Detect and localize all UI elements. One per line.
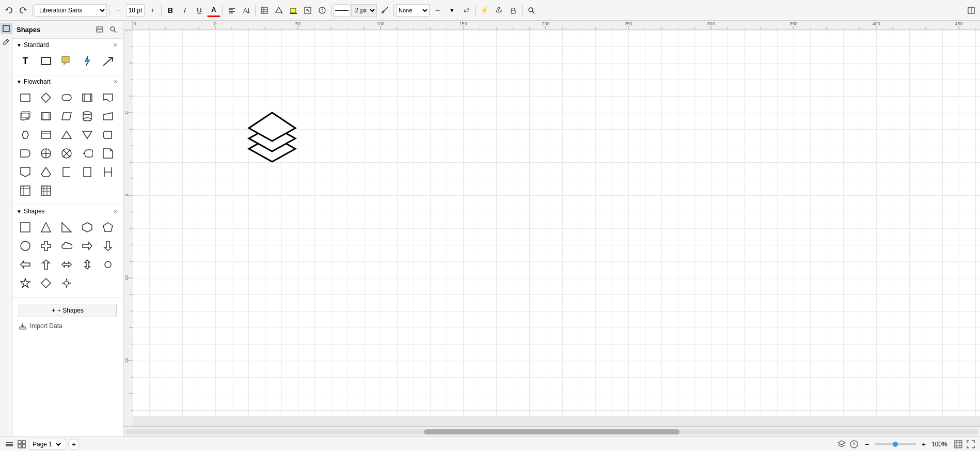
shape-edit-button[interactable] — [301, 4, 314, 17]
flowchart-multi-doc[interactable] — [17, 107, 34, 125]
line-width-select[interactable]: 2 px — [351, 4, 377, 17]
lock-button[interactable] — [507, 4, 520, 17]
shape-star[interactable] — [17, 274, 34, 292]
flowchart-delay[interactable] — [17, 145, 34, 162]
flowchart-predefined[interactable] — [78, 89, 96, 106]
shape-arrow-left[interactable] — [17, 256, 34, 273]
font-family-select[interactable]: Liberation Sans — [35, 4, 107, 17]
font-size-decrease[interactable]: − — [112, 4, 125, 17]
standard-close-icon[interactable]: ✕ — [112, 42, 119, 49]
shape-cross[interactable] — [37, 237, 55, 255]
waypoint-button[interactable] — [378, 4, 391, 17]
collapse-button[interactable] — [965, 4, 978, 17]
sidebar-shapes-icon[interactable] — [1, 23, 12, 34]
undo-button[interactable] — [2, 4, 15, 17]
shape-circle-small[interactable] — [99, 256, 117, 273]
lightning-shape-item[interactable] — [78, 52, 96, 70]
flowchart-database[interactable] — [78, 107, 96, 125]
shape-arrow-down[interactable] — [99, 237, 117, 255]
shape-diamond[interactable] — [37, 274, 55, 292]
zoom-out-button[interactable]: − — [861, 439, 873, 450]
flowchart-bracket-left[interactable] — [58, 163, 75, 181]
zoom-slider-thumb[interactable] — [893, 442, 898, 447]
sidebar-pen-icon[interactable] — [1, 36, 12, 48]
scrollbar-thumb[interactable] — [424, 429, 679, 434]
flowchart-grid-detail[interactable] — [37, 182, 55, 199]
arrow-shape-item[interactable] — [99, 52, 117, 70]
bold-button[interactable]: B — [164, 4, 177, 17]
flash-button[interactable]: ⚡ — [478, 4, 491, 17]
flowchart-document[interactable] — [99, 89, 117, 106]
shape-triangle[interactable] — [37, 219, 55, 236]
reset-zoom-icon[interactable] — [849, 439, 859, 449]
rect-shape-item[interactable] — [37, 52, 55, 70]
flowchart-decision[interactable] — [37, 89, 55, 106]
flowchart-preparation[interactable] — [17, 126, 34, 144]
flowchart-close-icon[interactable]: ✕ — [112, 79, 119, 85]
standard-section-header[interactable]: ▼ Standard ✕ — [12, 39, 123, 50]
fill-button[interactable] — [272, 4, 286, 17]
text-shape-item[interactable]: T — [17, 52, 34, 70]
shapes-section-header[interactable]: ▼ Shapes ✕ — [12, 205, 123, 216]
shape-square[interactable] — [17, 219, 34, 236]
underline-button[interactable]: U — [193, 4, 206, 17]
stacked-diamonds-shape[interactable] — [241, 107, 303, 176]
search-toolbar-button[interactable] — [525, 4, 538, 17]
shape-circle[interactable] — [17, 237, 34, 255]
flowchart-or[interactable] — [37, 145, 55, 162]
arrow-start-select[interactable]: None — [396, 4, 430, 17]
fullscreen-icon[interactable] — [966, 439, 976, 449]
shape-hexagon[interactable] — [78, 219, 96, 236]
extra-tool-button[interactable] — [315, 4, 329, 17]
layers-icon[interactable] — [4, 439, 14, 449]
shape-gear[interactable] — [58, 274, 75, 292]
shape-pentagon[interactable] — [99, 219, 117, 236]
import-data-button[interactable]: Import Data — [12, 319, 123, 333]
flowchart-data[interactable] — [58, 107, 75, 125]
flowchart-extract[interactable] — [58, 126, 75, 144]
add-shapes-button[interactable]: + + Shapes — [19, 304, 117, 317]
flowchart-section-header[interactable]: ▼ Flowchart ✕ — [12, 75, 123, 87]
flowchart-connector[interactable] — [37, 163, 55, 181]
flowchart-grid-simple[interactable] — [17, 182, 34, 199]
font-size-increase[interactable]: + — [146, 4, 159, 17]
text-direction-button[interactable]: A — [240, 4, 253, 17]
shape-arrow-up[interactable] — [37, 256, 55, 273]
line-highlight-button[interactable] — [287, 4, 300, 17]
flowchart-terminal[interactable] — [58, 89, 75, 106]
align-left-button[interactable] — [225, 4, 239, 17]
flowchart-note[interactable] — [99, 145, 117, 162]
page-tab[interactable]: Page 1 ▼ — [29, 439, 66, 450]
flowchart-merge[interactable] — [78, 126, 96, 144]
drawing-canvas[interactable] — [133, 30, 980, 416]
fit-page-icon[interactable] — [953, 439, 963, 449]
anchor-button[interactable] — [492, 4, 505, 17]
font-size-input[interactable] — [126, 4, 145, 17]
shape-table-button[interactable] — [258, 4, 271, 17]
add-page-button[interactable]: + — [68, 439, 80, 450]
shape-double-arrow-v[interactable] — [78, 256, 96, 273]
flowchart-manual-input[interactable] — [99, 107, 117, 125]
swap-arrows-button[interactable]: ⇄ — [460, 4, 473, 17]
zoom-slider[interactable] — [875, 443, 916, 445]
panel-image-icon[interactable] — [94, 24, 105, 35]
callout-shape-item[interactable] — [58, 52, 75, 70]
shape-double-arrow-h[interactable] — [58, 256, 75, 273]
panel-search-icon[interactable] — [107, 24, 119, 35]
arrow-end-select[interactable]: ▾ — [445, 4, 459, 17]
flowchart-display[interactable] — [78, 145, 96, 162]
shape-right-triangle[interactable] — [58, 219, 75, 236]
zoom-in-button[interactable]: + — [918, 439, 929, 450]
shape-arrow-right[interactable] — [78, 237, 96, 255]
flowchart-bracket-both[interactable] — [78, 163, 96, 181]
grid-view-icon[interactable] — [17, 439, 27, 449]
scrollbar-track[interactable] — [125, 429, 978, 434]
redo-button[interactable] — [17, 4, 30, 17]
font-color-button[interactable]: A — [207, 4, 220, 17]
italic-button[interactable]: I — [178, 4, 192, 17]
canvas-scrollbar[interactable] — [123, 426, 980, 437]
flowchart-subprocess[interactable] — [37, 107, 55, 125]
flowchart-process[interactable] — [17, 89, 34, 106]
shape-cloud[interactable] — [58, 237, 75, 255]
flowchart-summing-junction[interactable] — [58, 145, 75, 162]
